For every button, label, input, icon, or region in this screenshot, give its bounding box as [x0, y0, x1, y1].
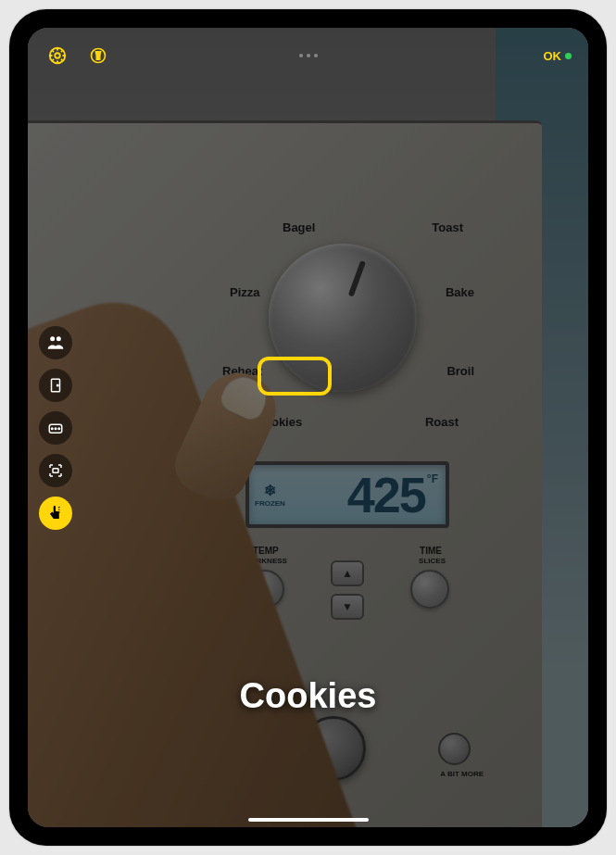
detection-mode-toolbar — [39, 326, 72, 530]
temperature-value: 425 — [347, 466, 425, 523]
svg-point-1 — [55, 53, 60, 58]
arrow-up-button: ▲ — [331, 560, 364, 586]
arrow-down-button: ▼ — [331, 594, 364, 620]
svg-point-6 — [57, 384, 59, 386]
detection-result-text: Cookies — [240, 676, 377, 716]
camera-privacy-indicator-icon — [565, 53, 572, 59]
door-detection-button[interactable] — [39, 369, 72, 402]
temperature-unit: °F — [427, 472, 438, 485]
dial-label-toast: Toast — [432, 220, 463, 234]
dial-label-bagel: Bagel — [283, 220, 315, 234]
time-label: TIME — [420, 546, 442, 556]
svg-point-4 — [57, 336, 61, 341]
image-description-icon — [47, 462, 64, 479]
frozen-indicator: FROZEN — [255, 482, 285, 508]
svg-point-9 — [55, 428, 57, 430]
slices-label: SLICES — [419, 557, 446, 565]
flashlight-button[interactable] — [85, 43, 111, 69]
dial-label-pizza: Pizza — [230, 285, 260, 299]
detection-highlight-box — [258, 357, 332, 396]
dial-label-bake: Bake — [446, 285, 474, 299]
svg-point-3 — [50, 336, 55, 341]
people-detection-icon — [46, 333, 65, 352]
flashlight-icon — [89, 46, 107, 65]
multitask-indicator[interactable] — [299, 54, 318, 57]
ipad-device-frame: Bagel Toast Pizza Bake Reheat Broil ooki… — [9, 9, 607, 846]
dial-label-roast: Roast — [425, 415, 459, 429]
top-bar: OK — [28, 37, 588, 74]
point-speak-icon — [47, 505, 64, 522]
bit-more-label: A BIT MORE — [440, 770, 484, 778]
svg-point-8 — [52, 428, 54, 430]
status-area: OK — [544, 49, 572, 63]
image-description-button[interactable] — [39, 454, 72, 487]
point-and-speak-button[interactable] — [39, 497, 72, 530]
text-detection-icon — [47, 420, 64, 436]
settings-icon — [47, 45, 68, 66]
ok-status-label: OK — [544, 49, 562, 63]
time-button — [410, 570, 449, 609]
settings-button[interactable] — [44, 43, 70, 69]
home-indicator[interactable] — [248, 818, 369, 822]
text-detection-button[interactable] — [39, 411, 72, 445]
door-detection-icon — [47, 377, 64, 394]
svg-rect-11 — [53, 468, 58, 472]
people-detection-button[interactable] — [39, 326, 72, 359]
temp-label: TEMP — [253, 546, 279, 556]
svg-point-10 — [58, 428, 60, 430]
bit-more-button — [438, 733, 471, 765]
screen: Bagel Toast Pizza Bake Reheat Broil ooki… — [28, 28, 588, 827]
lcd-display: FROZEN 425 °F — [245, 461, 449, 528]
dial-label-broil: Broil — [446, 364, 474, 378]
